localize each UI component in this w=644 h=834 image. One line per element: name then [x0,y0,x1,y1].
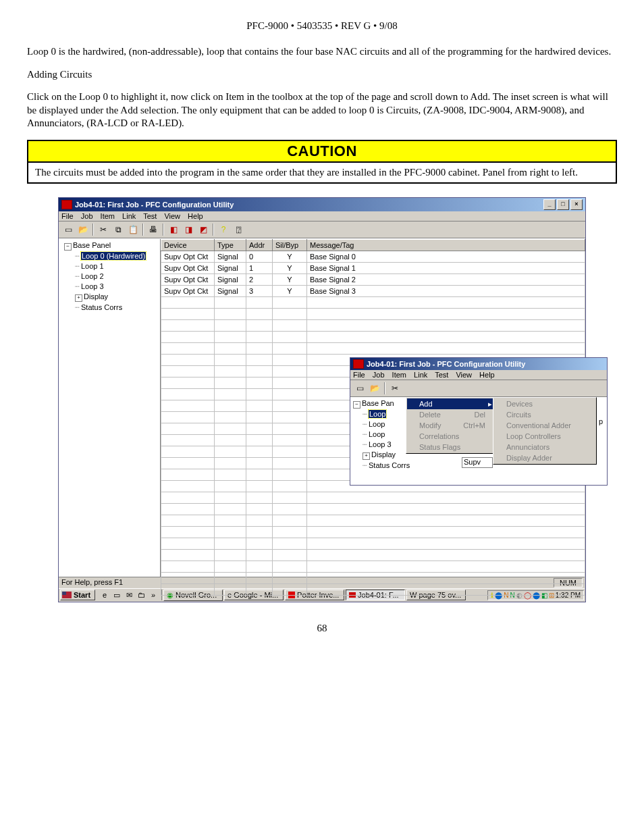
cut-icon[interactable]: ✂ [388,382,402,395]
tree-item[interactable]: ┈Loop 3 [350,440,406,450]
open-icon[interactable]: 📂 [76,223,90,236]
menu-test[interactable]: Test [435,371,448,379]
grid-panel[interactable]: Device Type Addr Sil/Byp Message/Tag Sup… [161,239,585,577]
new-icon[interactable]: ▭ [61,223,75,236]
submenu-display-adder[interactable]: Display Adder [494,452,595,463]
copy-icon[interactable]: ⧉ [111,223,125,236]
tree-loop0[interactable]: ┈Loop [350,409,406,419]
inset-menubar[interactable]: File Job Item Link Test View Help [350,370,607,380]
menu-item[interactable]: Item [392,371,406,379]
tree-loop2[interactable]: ┈Loop 2 [59,271,160,282]
table-row[interactable]: Supv Opt CktSignal1YBase Signal 1 [161,262,585,273]
menu-delete[interactable]: DeleteDel [407,409,495,420]
table-row[interactable]: Supv Opt CktSignal2YBase Signal 2 [161,273,585,285]
help-icon[interactable]: ? [217,223,230,236]
ie-icon[interactable]: e [99,590,110,600]
print-icon[interactable]: 🖶 [146,223,160,236]
tree-display[interactable]: +Display [59,292,160,303]
tree-status-corrs[interactable]: ┈Status Corrs [59,303,160,313]
menu-help[interactable]: Help [188,212,203,220]
submenu-loop-controllers[interactable]: Loop Controllers [494,431,595,442]
close-button[interactable]: × [570,199,583,210]
table-row[interactable] [161,538,585,549]
submenu-circuits[interactable]: Circuits [494,409,595,420]
menu-item[interactable]: Item [101,212,115,220]
desktop-icon[interactable]: ▭ [111,590,122,600]
window-title: Job4-01: First Job - PFC Configuration U… [75,201,543,209]
col-type[interactable]: Type [215,239,246,251]
menu-correlations[interactable]: Correlations [407,431,495,442]
tree-loop3[interactable]: ┈Loop 3 [59,282,160,292]
col-silbyp[interactable]: Sil/Byp [273,239,307,251]
menu-add[interactable]: Add▸ [407,398,495,409]
table-row[interactable] [161,572,585,583]
table-row[interactable] [161,526,585,538]
menu-link[interactable]: Link [122,212,136,220]
col-msg[interactable]: Message/Tag [307,239,585,251]
tree-item[interactable]: ┈Status Corrs [350,461,406,471]
submenu-annunciators[interactable]: Annunciators [494,442,595,452]
outlook-icon[interactable]: ✉ [124,590,134,600]
tool3-icon[interactable]: ◩ [196,223,210,236]
table-row[interactable] [161,549,585,561]
new-icon[interactable]: ▭ [353,382,367,395]
table-row[interactable]: Supv Opt CktSignal0YBase Signal 0 [161,251,585,262]
menu-help[interactable]: Help [479,371,495,379]
cut-icon[interactable]: ✂ [97,223,110,236]
add-submenu[interactable]: Devices Circuits Conventional Adder Loop… [493,397,597,465]
more-icon[interactable]: » [148,590,159,600]
menu-view[interactable]: View [164,212,180,220]
table-row[interactable] [161,319,585,331]
start-button[interactable]: Start [60,590,95,600]
menu-link[interactable]: Link [414,371,427,379]
tree-item[interactable]: ┈Loop [350,429,406,440]
tree-loop1[interactable]: ┈Loop 1 [59,261,160,271]
col-device[interactable]: Device [161,239,215,251]
tree-root[interactable]: −Base Pan [350,398,406,409]
explorer-icon[interactable]: 🗀 [136,590,146,600]
menu-test[interactable]: Test [143,212,157,220]
inset-tree[interactable]: −Base Pan ┈Loop ┈Loop ┈Loop ┈Loop 3 +Dis… [350,397,406,485]
item-menu[interactable]: Add▸ DeleteDel ModifyCtrl+M Correlations… [406,397,496,454]
col-addr[interactable]: Addr [246,239,273,251]
table-row[interactable] [161,342,585,354]
quick-launch[interactable]: e ▭ ✉ 🗀 » [97,590,162,600]
whatsthis-icon[interactable]: ⍰ [232,223,245,236]
menu-view[interactable]: View [456,371,472,379]
tool2-icon[interactable]: ◨ [182,223,195,236]
table-row[interactable]: Supv Opt CktSignal3YBase Signal 3 [161,285,585,296]
maximize-button[interactable]: □ [557,199,569,210]
table-row[interactable] [161,331,585,342]
menu-file[interactable]: File [61,212,74,220]
tree-panel[interactable]: −Base Panel ┈Loop 0 (Hardwired) ┈Loop 1 … [59,239,161,577]
tree-loop0[interactable]: ┈Loop 0 (Hardwired) [59,251,160,261]
submenu-conv-adder[interactable]: Conventional Adder [494,420,595,431]
tree-root[interactable]: −Base Panel [59,240,160,251]
table-row[interactable] [161,296,585,308]
tree-item[interactable]: +Display [350,450,406,461]
table-row[interactable] [161,503,585,515]
tool1-icon[interactable]: ◧ [167,223,180,236]
menu-job[interactable]: Job [373,371,385,379]
menu-file[interactable]: File [353,371,365,379]
table-row[interactable] [161,492,585,503]
inset-titlebar[interactable]: Job4-01: First Job - PFC Configuration U… [350,358,607,370]
minimize-button[interactable]: _ [543,199,556,210]
table-header[interactable]: Device Type Addr Sil/Byp Message/Tag [161,239,585,251]
table-row[interactable] [161,308,585,319]
table-row[interactable] [161,583,585,595]
table-row[interactable] [161,515,585,526]
paste-icon[interactable]: 📋 [126,223,140,236]
menu-modify[interactable]: ModifyCtrl+M [407,420,495,431]
submenu-devices[interactable]: Devices [494,398,595,409]
expand-icon[interactable]: + [75,294,82,302]
separator [384,382,385,394]
menu-status-flags[interactable]: Status Flags [407,442,495,452]
table-row[interactable] [161,561,585,572]
titlebar[interactable]: Job4-01: First Job - PFC Configuration U… [59,198,585,211]
menubar[interactable]: File Job Item Link Test View Help [59,211,585,221]
collapse-icon[interactable]: − [64,243,72,251]
tree-item[interactable]: ┈Loop [350,419,406,429]
menu-job[interactable]: Job [81,212,93,220]
open-icon[interactable]: 📂 [368,382,381,395]
